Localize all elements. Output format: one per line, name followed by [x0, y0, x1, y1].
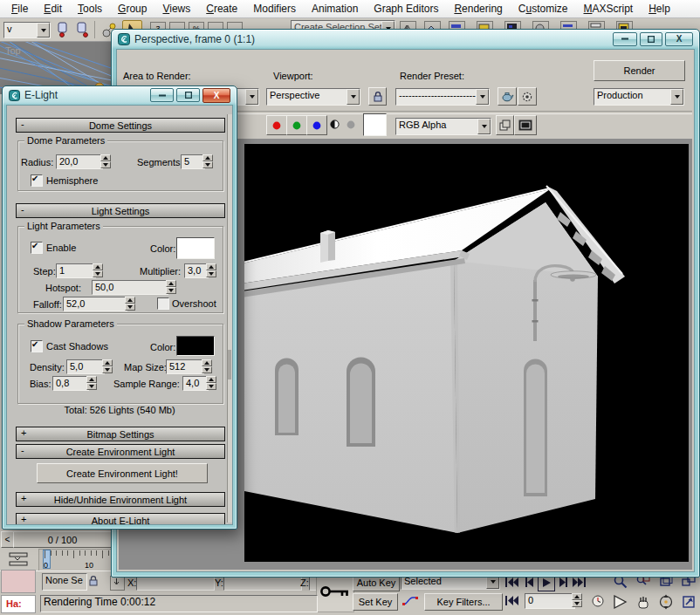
menu-item-graph-editors[interactable]: Graph Editors	[366, 1, 446, 17]
chevron-down-icon[interactable]	[476, 89, 489, 105]
chevron-down-icon[interactable]	[477, 119, 491, 134]
density-field[interactable]: 5,0	[66, 359, 105, 374]
overshoot-checkbox[interactable]	[157, 297, 169, 310]
segments-field[interactable]: 5	[181, 154, 205, 169]
spinner-down-icon[interactable]	[166, 287, 176, 294]
spinner-up-icon[interactable]	[100, 154, 111, 161]
create-environment-light-button[interactable]: Create Environment Light!	[37, 463, 208, 483]
collapse-icon[interactable]: -	[21, 119, 24, 129]
spinner-down-icon[interactable]	[206, 383, 216, 390]
previous-frame-button[interactable]	[523, 576, 536, 589]
minimize-button[interactable]	[150, 88, 174, 102]
green-channel-button[interactable]	[286, 115, 307, 135]
menu-item-customize[interactable]: Customize	[511, 1, 576, 17]
unlink-selection-icon[interactable]	[73, 21, 91, 38]
menu-item-maxscript[interactable]: MAXScript	[576, 1, 642, 17]
menu-item-tools[interactable]: Tools	[70, 1, 110, 17]
enable-checkbox[interactable]	[31, 242, 43, 254]
step-spinner[interactable]	[93, 263, 103, 277]
spinner-down-icon[interactable]	[206, 270, 216, 277]
time-slider-handle[interactable]: 0 / 100	[13, 531, 112, 548]
spinner-down-icon[interactable]	[125, 304, 135, 311]
density-spinner[interactable]	[102, 359, 113, 373]
monochrome-channel-button[interactable]	[327, 115, 342, 133]
current-frame-field[interactable]: 0	[525, 593, 575, 609]
red-channel-button[interactable]	[266, 115, 287, 135]
rollout-dome-settings[interactable]: - Dome Settings	[16, 118, 225, 133]
multiplier-spinner[interactable]	[206, 263, 216, 277]
named-selection-mini-dropdown[interactable]: v	[3, 22, 51, 38]
key-filters-button[interactable]: Key Filters...	[424, 593, 503, 611]
render-settings-button[interactable]	[518, 87, 537, 106]
spinner-down-icon[interactable]	[572, 600, 582, 607]
arc-rotate-button[interactable]	[656, 593, 676, 611]
falloff-spinner[interactable]	[125, 297, 135, 311]
rollout-bitmap-settings[interactable]: + Bitmap Settings	[16, 427, 225, 441]
expand-icon[interactable]: +	[21, 493, 26, 503]
sample-range-field[interactable]: 4,0	[182, 376, 209, 391]
cast-shadows-checkbox[interactable]	[31, 340, 43, 352]
time-slider-prev-button[interactable]: <	[1, 531, 14, 548]
spinner-up-icon[interactable]	[86, 376, 97, 383]
select-and-link-icon[interactable]	[54, 21, 72, 38]
spinner-down-icon[interactable]	[93, 270, 103, 277]
chevron-down-icon[interactable]	[347, 89, 360, 105]
channel-display-dropdown[interactable]: RGB Alpha	[395, 118, 491, 135]
maxscript-listener-pink[interactable]	[1, 570, 36, 593]
selection-lock-icon[interactable]	[87, 575, 102, 590]
clone-window-button[interactable]	[496, 115, 514, 135]
menu-item-animation[interactable]: Animation	[304, 1, 366, 17]
time-configuration-button[interactable]	[590, 593, 606, 609]
production-dropdown[interactable]: Production	[594, 88, 684, 106]
blue-channel-button[interactable]	[306, 115, 327, 135]
menu-item-modifiers[interactable]: Modifiers	[245, 1, 304, 17]
render-preset-dropdown[interactable]: ------------------------	[395, 88, 490, 106]
expand-icon[interactable]: +	[21, 514, 26, 524]
scrollbar-thumb[interactable]	[228, 350, 231, 379]
rollout-about[interactable]: + About E-Light	[16, 513, 225, 525]
menu-item-group[interactable]: Group	[110, 1, 154, 17]
spinner-up-icon[interactable]	[125, 297, 135, 304]
viewport-lock-button[interactable]	[368, 87, 387, 106]
rollout-hide-unhide[interactable]: + Hide/Unhide Environment Light	[16, 492, 225, 507]
collapse-icon[interactable]: -	[21, 445, 24, 455]
trackbar-ruler[interactable]: 0 10	[38, 549, 113, 571]
spinner-up-icon[interactable]	[166, 280, 176, 287]
chevron-down-icon[interactable]	[245, 89, 258, 105]
mini-curve-editor-button[interactable]	[2, 550, 35, 569]
step-field[interactable]: 1	[56, 263, 96, 278]
elight-dialog[interactable]: E-Light X - Dome Settings Dome Parameter…	[2, 85, 237, 530]
spinner-down-icon[interactable]	[102, 366, 113, 373]
render-button[interactable]: Render	[594, 60, 685, 81]
radius-spinner[interactable]	[100, 154, 111, 168]
hotspot-field[interactable]: 50,0	[92, 280, 168, 295]
maximize-button[interactable]	[640, 32, 662, 46]
spinner-down-icon[interactable]	[202, 161, 213, 168]
hotspot-spinner[interactable]	[166, 280, 176, 294]
elight-titlebar[interactable]: E-Light X	[3, 86, 237, 104]
map-size-field[interactable]: 512	[166, 359, 204, 374]
key-mode-toggle-button[interactable]	[504, 594, 520, 607]
next-frame-button[interactable]	[556, 576, 569, 589]
go-to-end-button[interactable]	[571, 576, 587, 589]
menu-item-edit[interactable]: Edit	[36, 1, 70, 17]
absolute-offset-toggle-icon[interactable]	[110, 576, 125, 591]
light-color-swatch[interactable]	[176, 237, 215, 259]
spinner-up-icon[interactable]	[202, 154, 213, 161]
spinner-up-icon[interactable]	[102, 359, 113, 366]
chevron-down-icon[interactable]	[37, 23, 50, 38]
spinner-up-icon[interactable]	[572, 593, 582, 600]
shadow-color-swatch[interactable]	[176, 336, 215, 356]
menu-item-create[interactable]: Create	[198, 1, 245, 17]
go-to-start-button[interactable]	[504, 576, 520, 589]
menu-item-rendering[interactable]: Rendering	[446, 1, 510, 17]
bias-field[interactable]: 0,8	[52, 376, 89, 391]
close-button[interactable]: X	[665, 32, 693, 46]
menu-item-views[interactable]: Views	[154, 1, 198, 17]
falloff-field[interactable]: 52,0	[63, 297, 127, 311]
pan-button[interactable]	[634, 593, 653, 611]
default-tangent-button[interactable]	[400, 593, 421, 609]
hemisphere-checkbox[interactable]	[31, 174, 43, 187]
field-of-view-button[interactable]	[611, 593, 630, 611]
viewport-corner-label[interactable]: Top	[5, 45, 21, 56]
